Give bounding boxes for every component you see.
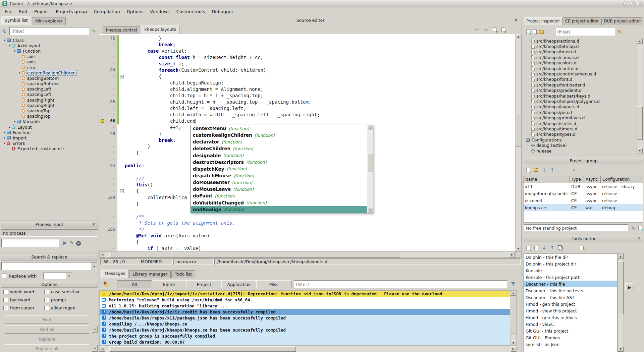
find-button[interactable]: Find: [5, 315, 89, 324]
symbol-filter-input[interactable]: [9, 27, 89, 35]
symbol-item-spacingleft[interactable]: spacingLeft: [1, 86, 98, 92]
project-tree-item-src-kheops-bitmap-d[interactable]: src/kheops/bitmap.d: [523, 44, 637, 49]
completion-item-domouseleave[interactable]: doMouseLeave(function): [191, 186, 367, 192]
messages-vertical-scrollbar[interactable]: [510, 290, 517, 346]
code-line[interactable]: ·− {: [99, 73, 515, 80]
symbol-item-class[interactable]: ▾Class: [1, 38, 98, 43]
scroll-thumb[interactable]: [511, 297, 516, 334]
completion-item-dispatchkey[interactable]: dispatchKey(function): [191, 166, 367, 172]
code-line[interactable]: · /**: [99, 214, 515, 220]
send-icon[interactable]: ▶: [62, 239, 68, 246]
code-line[interactable]: · break;: [99, 42, 515, 48]
project-tree-item-src-kheops-types-d[interactable]: src/kheops/types.d: [523, 132, 637, 137]
project-tree-item-src-kheops-helpers-keys-d[interactable]: src/kheops/helpers/keys.d: [523, 93, 637, 99]
code-line[interactable]: · const float h = sizeRect.height / cc;: [99, 54, 515, 61]
project-tree-item-src-kheops-pen-d[interactable]: src/kheops/pen.d: [523, 110, 637, 115]
symbol-item-variable[interactable]: ▸Variable: [1, 119, 98, 124]
editor-tab-kheops-layouts[interactable]: kheops.layouts: [141, 25, 179, 34]
project-tree-item-src-kheops-font-d[interactable]: src/kheops/font.d: [523, 77, 637, 82]
chevron-down-icon[interactable]: [66, 273, 72, 279]
code-line[interactable]: · @Set void axis(Axis value): [99, 233, 515, 239]
message-row[interactable]: iGroup build duration: 00:00:07: [100, 339, 510, 345]
filter-misc[interactable]: Misc: [256, 280, 291, 288]
doc-add-icon[interactable]: +: [525, 244, 531, 251]
project-tree-item-debug-active[interactable]: debug (active): [523, 142, 637, 148]
find-all-options-button[interactable]: ≡: [92, 326, 98, 333]
scroll-thumb[interactable]: [516, 114, 521, 147]
scroll-down-icon[interactable]: [367, 208, 373, 213]
symbol-item-spacingright[interactable]: spacingRight: [1, 97, 98, 103]
compile-icon[interactable]: ✓: [571, 167, 578, 173]
tool-item-hmod-view[interactable]: Hmod - view...: [524, 321, 617, 328]
code-line[interactable]: 80 foreach(CustomControl child; children…: [99, 67, 515, 73]
completion-item-dopaint[interactable]: doPaint(function): [191, 192, 367, 199]
message-row[interactable]: ithe project group is successfully compi…: [100, 333, 510, 339]
symbol-item-expected-instead-of-i[interactable]: !Expected ; instead of i: [1, 146, 98, 152]
message-row[interactable]: !/home/basile/Dev/dproj/iz/import/iz/ser…: [100, 291, 510, 297]
code-line[interactable]: · * Sets or gets the alignment axis.: [99, 220, 515, 226]
source-editor-close-icon[interactable]: [514, 18, 518, 22]
scroll-right-icon[interactable]: [511, 346, 516, 352]
tools-editor-close-icon[interactable]: [637, 236, 641, 241]
code-line[interactable]: 85 child.height = h - _spacing.top - _sp…: [99, 99, 515, 105]
symbol-item-ctor[interactable]: ctor: [1, 65, 98, 70]
column-header-name[interactable]: Name: [524, 176, 570, 183]
doc-edit-icon[interactable]: ✎: [578, 244, 585, 251]
expander-icon[interactable]: ▾: [3, 39, 7, 42]
code-line[interactable]: · child.left = _spacing.left;: [99, 105, 515, 112]
completion-item-declarator[interactable]: declarator(function): [191, 138, 367, 145]
right-tab-project-inspector[interactable]: Project inspector: [524, 17, 562, 25]
symbol-item-errors[interactable]: ▾Errors: [1, 141, 98, 146]
project-tree-item-src-kheops-control-d[interactable]: src/kheops/control.d: [523, 66, 637, 71]
code-line[interactable]: · size_t i;: [99, 61, 515, 67]
project-row-iz-coedit[interactable]: iz.coeditCEasyncrelease: [524, 197, 643, 204]
scroll-down-icon[interactable]: [511, 340, 516, 345]
menu-compilation[interactable]: Compilation: [91, 8, 123, 15]
expander-icon[interactable]: ▸: [18, 71, 22, 74]
scroll-track[interactable]: [105, 346, 511, 352]
messages-tab-todo-list[interactable]: Todo list: [171, 270, 195, 278]
expander-icon[interactable]: ▸: [3, 136, 7, 139]
close-button[interactable]: ×: [637, 1, 642, 6]
code-line[interactable]: 105 */: [99, 226, 515, 233]
scroll-track[interactable]: [516, 39, 521, 246]
menu-projects-group[interactable]: Projects group: [52, 8, 90, 15]
menu-windows[interactable]: Windows: [147, 8, 173, 15]
scroll-thumb[interactable]: [109, 252, 400, 257]
chevron-down-icon[interactable]: [91, 262, 97, 270]
checkbox-allow-regex[interactable]: allow regex: [44, 305, 97, 311]
code-line[interactable]: 88 child.end: [99, 118, 515, 124]
project-tree-item-src-kheops-gradient-d[interactable]: src/kheops/gradient.d: [523, 88, 637, 93]
symbol-item-import[interactable]: ▸Import: [1, 135, 98, 140]
project-tree-item-src-kheops-layouts-d[interactable]: src/kheops/layouts.d: [523, 104, 637, 110]
scroll-track[interactable]: [618, 259, 624, 347]
kill-icon[interactable]: ×: [75, 240, 82, 247]
message-row[interactable]: x11 1.0.15: building configuration "libr…: [100, 303, 510, 309]
completion-item-endrealign[interactable]: endRealign(function): [191, 206, 367, 213]
tool-item-konsole[interactable]: Konsole: [524, 267, 617, 274]
checkbox-backward[interactable]: backward: [3, 297, 44, 303]
message-row[interactable]: Performing "release" build using /usr/bi…: [100, 297, 510, 303]
symbol-item-layout[interactable]: ▸Layout: [1, 124, 98, 130]
broom-icon[interactable]: [103, 281, 109, 288]
project-tree-item-src-kheops-styles-d[interactable]: src/kheops/styles.d: [523, 121, 637, 126]
symbol-item-customrealignchildren[interactable]: ▸customRealignChildren: [1, 70, 98, 75]
code-line[interactable]: · child.beginRealign;: [99, 80, 515, 86]
project-row-x11[interactable]: x11DUBasyncrelease - library: [524, 183, 643, 190]
code-line[interactable]: 75 }: [99, 35, 515, 42]
completion-item-dovisibilitychanged[interactable]: doVisibilityChanged(function): [191, 199, 367, 206]
menu-project[interactable]: Project: [31, 8, 52, 15]
completion-item-contextmenu[interactable]: contextMenu(function): [191, 125, 367, 132]
scroll-up-icon[interactable]: [511, 291, 516, 296]
message-row[interactable]: icompiling /.../kheops/kheops.ce: [100, 321, 510, 327]
fold-icon[interactable]: −: [120, 75, 124, 78]
scroll-down-icon[interactable]: [637, 148, 643, 153]
checkbox-whole-word[interactable]: whole word: [3, 289, 44, 295]
tools-next-button[interactable]: ▶: [625, 283, 634, 291]
process-input-field[interactable]: [1, 239, 59, 247]
doc-remove-icon[interactable]: −: [531, 28, 538, 35]
scroll-right-icon[interactable]: [509, 252, 515, 257]
pen-icon[interactable]: ✎: [91, 28, 97, 35]
editor-vertical-scrollbar[interactable]: [515, 34, 522, 251]
filter-all[interactable]: All: [117, 280, 152, 288]
